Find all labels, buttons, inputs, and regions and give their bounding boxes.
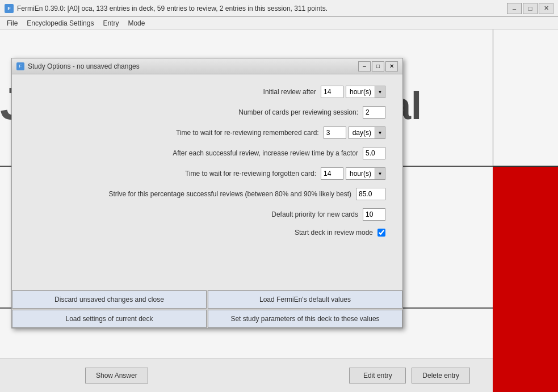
time-forgotten-unit-value: hour(s) <box>346 167 375 180</box>
cards-per-session-label: Number of cards per reviewing session: <box>29 108 363 116</box>
priority-input[interactable] <box>363 208 385 221</box>
discard-button[interactable]: Discard unsaved changes and close <box>12 290 207 309</box>
close-button[interactable]: ✕ <box>539 3 553 14</box>
strive-input[interactable] <box>356 188 385 200</box>
strive-label: Strive for this percentage successful re… <box>29 190 356 198</box>
time-remembered-label: Time to wait for re-reviewing remembered… <box>29 129 324 137</box>
priority-row: Default priority for new cards <box>29 208 385 221</box>
initial-review-row: Initial review after hour(s) ▼ <box>29 86 385 98</box>
initial-review-unit-dropdown[interactable]: hour(s) ▼ <box>346 86 385 98</box>
initial-review-unit-value: hour(s) <box>346 86 375 98</box>
dialog-title-text: Study Options - no unsaved changes <box>28 62 358 70</box>
dialog-overlay: F Study Options - no unsaved changes – □… <box>11 58 403 319</box>
increase-factor-label: After each successful review, increase r… <box>29 149 363 157</box>
bottom-bar: Show Answer Edit entry Delete entry <box>0 358 493 392</box>
menu-mode[interactable]: Mode <box>123 18 149 28</box>
menu-bar: File Encyclopedia Settings Entry Mode <box>0 17 558 29</box>
dialog-footer: Discard unsaved changes and close Load F… <box>12 290 402 328</box>
time-remembered-unit-value: day(s) <box>349 127 375 139</box>
dialog-maximize-button[interactable]: □ <box>372 61 384 71</box>
time-forgotten-label: Time to wait for re-reviewing forgotten … <box>29 170 321 178</box>
app-icon: F <box>5 4 14 13</box>
right-panel-red <box>493 167 558 392</box>
title-bar: F FermiEn 0.39.0: [A0] oca, 133 entries … <box>0 0 558 17</box>
start-review-label: Start deck in review mode <box>29 229 377 237</box>
right-panel-top <box>493 29 558 167</box>
left-panel: J ch a literal F Study Options - no unsa… <box>0 29 493 392</box>
cards-per-session-input[interactable] <box>363 106 385 119</box>
priority-label: Default priority for new cards <box>29 210 363 218</box>
menu-entry[interactable]: Entry <box>98 18 123 28</box>
start-review-row: Start deck in review mode <box>29 229 385 237</box>
time-remembered-unit-arrow[interactable]: ▼ <box>375 127 385 139</box>
edit-entry-button[interactable]: Edit entry <box>349 368 406 383</box>
time-forgotten-unit-dropdown[interactable]: hour(s) ▼ <box>346 167 385 180</box>
set-params-button[interactable]: Set study parameters of this deck to the… <box>208 310 402 328</box>
time-remembered-input[interactable] <box>324 127 346 139</box>
initial-review-label: Initial review after <box>29 88 321 96</box>
dialog-title-bar: F Study Options - no unsaved changes – □… <box>12 58 402 74</box>
study-options-dialog: F Study Options - no unsaved changes – □… <box>11 58 403 328</box>
menu-file[interactable]: File <box>2 18 22 28</box>
maximize-button[interactable]: □ <box>523 3 538 14</box>
increase-factor-row: After each successful review, increase r… <box>29 147 385 159</box>
initial-review-unit-arrow[interactable]: ▼ <box>375 86 385 98</box>
load-current-button[interactable]: Load settings of current deck <box>12 310 207 328</box>
minimize-button[interactable]: – <box>507 3 522 14</box>
title-bar-text: FermiEn 0.39.0: [A0] oca, 133 entries in… <box>17 5 507 12</box>
time-forgotten-row: Time to wait for re-reviewing forgotten … <box>29 167 385 180</box>
time-remembered-unit-dropdown[interactable]: day(s) ▼ <box>349 127 385 139</box>
dialog-controls: – □ ✕ <box>358 61 398 71</box>
title-bar-controls: – □ ✕ <box>507 3 553 14</box>
dialog-close-button[interactable]: ✕ <box>385 61 398 71</box>
show-answer-button[interactable]: Show Answer <box>85 368 148 383</box>
strive-row: Strive for this percentage successful re… <box>29 188 385 200</box>
dialog-body: Initial review after hour(s) ▼ Number of… <box>12 74 402 290</box>
load-default-button[interactable]: Load FermiEn's default values <box>208 290 402 309</box>
menu-encyclopedia-settings[interactable]: Encyclopedia Settings <box>22 18 98 28</box>
initial-review-input[interactable] <box>321 86 343 98</box>
main-content: J ch a literal F Study Options - no unsa… <box>0 29 558 392</box>
dialog-icon: F <box>16 62 24 70</box>
time-forgotten-unit-arrow[interactable]: ▼ <box>375 167 385 180</box>
delete-entry-button[interactable]: Delete entry <box>412 368 470 383</box>
time-forgotten-input[interactable] <box>321 167 343 180</box>
time-remembered-row: Time to wait for re-reviewing remembered… <box>29 127 385 139</box>
right-panel <box>493 29 558 392</box>
dialog-spacer <box>29 245 385 279</box>
start-review-checkbox[interactable] <box>377 229 385 237</box>
dialog-minimize-button[interactable]: – <box>358 61 371 71</box>
cards-per-session-row: Number of cards per reviewing session: <box>29 106 385 119</box>
increase-factor-input[interactable] <box>363 147 385 159</box>
